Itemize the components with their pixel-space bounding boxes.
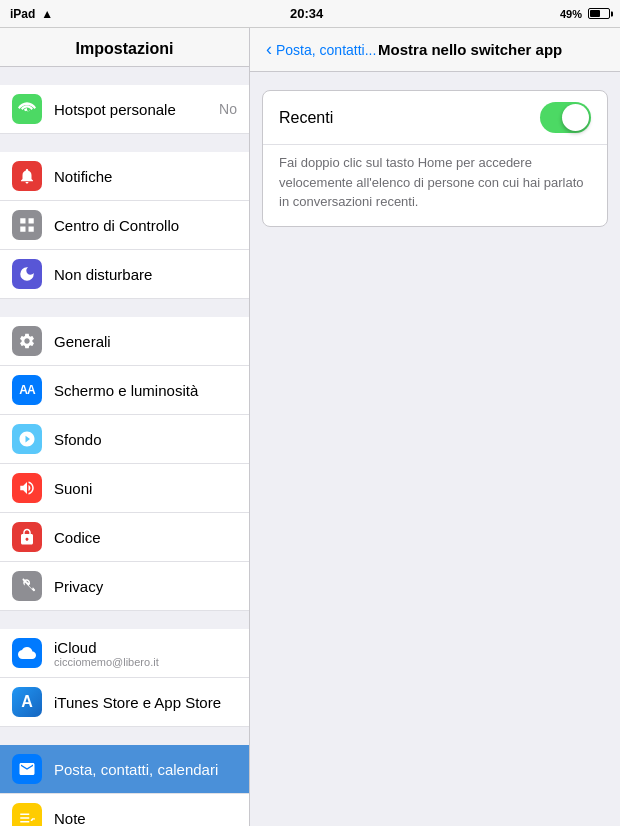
status-time: 20:34: [290, 6, 323, 21]
sidebar-spacer-0: [0, 67, 249, 85]
suoni-label: Suoni: [54, 480, 237, 497]
icloud-icon: [12, 638, 42, 668]
sidebar-item-generali[interactable]: Generali: [0, 317, 249, 366]
hotspot-label: Hotspot personale: [54, 101, 219, 118]
detail-content: Recenti Fai doppio clic sul tasto Home p…: [250, 72, 620, 257]
back-button[interactable]: ‹ Posta, contatti...: [266, 39, 376, 60]
icloud-label: iCloud: [54, 639, 237, 656]
detail-title: Mostra nello switcher app: [376, 41, 564, 58]
sidebar-item-centro-controllo[interactable]: Centro di Controllo: [0, 201, 249, 250]
sidebar-item-hotspot[interactable]: Hotspot personale No: [0, 85, 249, 134]
generali-label: Generali: [54, 333, 237, 350]
sidebar-item-codice[interactable]: Codice: [0, 513, 249, 562]
icloud-multi: iCloud cicciomemo@libero.it: [54, 639, 237, 668]
recenti-description: Fai doppio clic sul tasto Home per acced…: [263, 145, 607, 226]
sidebar-spacer-4: [0, 727, 249, 745]
back-label: Posta, contatti...: [276, 42, 376, 58]
sidebar-item-non-disturbare[interactable]: Non disturbare: [0, 250, 249, 299]
recenti-label: Recenti: [279, 109, 540, 127]
sidebar-item-posta[interactable]: Posta, contatti, calendari: [0, 745, 249, 794]
schermo-icon: AA: [12, 375, 42, 405]
sidebar: Impostazioni Hotspot personale No Notifi…: [0, 28, 250, 826]
note-label: Note: [54, 810, 237, 827]
recenti-toggle[interactable]: [540, 102, 591, 133]
notifiche-label: Notifiche: [54, 168, 237, 185]
sidebar-spacer-3: [0, 611, 249, 629]
icloud-sub: cicciomemo@libero.it: [54, 656, 237, 668]
itunes-label: iTunes Store e App Store: [54, 694, 237, 711]
recenti-row: Recenti: [263, 91, 607, 145]
battery-icon: [588, 8, 610, 19]
privacy-label: Privacy: [54, 578, 237, 595]
detail-panel: ‹ Posta, contatti... Mostra nello switch…: [250, 28, 620, 826]
posta-label: Posta, contatti, calendari: [54, 761, 237, 778]
itunes-icon: A: [12, 687, 42, 717]
sidebar-item-notifiche[interactable]: Notifiche: [0, 152, 249, 201]
sidebar-item-privacy[interactable]: Privacy: [0, 562, 249, 611]
battery-percent: 49%: [560, 8, 582, 20]
toggle-knob: [562, 104, 589, 131]
note-icon: [12, 803, 42, 826]
sidebar-spacer-2: [0, 299, 249, 317]
wifi-icon: ▲: [41, 7, 53, 21]
non-disturbare-label: Non disturbare: [54, 266, 237, 283]
sfondo-icon: [12, 424, 42, 454]
suoni-icon: [12, 473, 42, 503]
centro-label: Centro di Controllo: [54, 217, 237, 234]
sidebar-spacer-1: [0, 134, 249, 152]
schermo-label: Schermo e luminosità: [54, 382, 237, 399]
hotspot-value: No: [219, 101, 237, 117]
privacy-icon: [12, 571, 42, 601]
centro-icon: [12, 210, 42, 240]
notifiche-icon: [12, 161, 42, 191]
sidebar-item-schermo[interactable]: AA Schermo e luminosità: [0, 366, 249, 415]
sidebar-item-icloud[interactable]: iCloud cicciomemo@libero.it: [0, 629, 249, 678]
status-bar: iPad ▲ 20:34 49%: [0, 0, 620, 28]
settings-group-recenti: Recenti Fai doppio clic sul tasto Home p…: [262, 90, 608, 227]
sidebar-title: Impostazioni: [0, 28, 249, 67]
non-disturbare-icon: [12, 259, 42, 289]
hotspot-icon: [12, 94, 42, 124]
device-label: iPad: [10, 7, 35, 21]
sidebar-item-sfondo[interactable]: Sfondo: [0, 415, 249, 464]
status-left: iPad ▲: [10, 7, 53, 21]
posta-icon: [12, 754, 42, 784]
detail-header: ‹ Posta, contatti... Mostra nello switch…: [250, 28, 620, 72]
status-right: 49%: [560, 8, 610, 20]
sidebar-item-suoni[interactable]: Suoni: [0, 464, 249, 513]
sfondo-label: Sfondo: [54, 431, 237, 448]
main-layout: Impostazioni Hotspot personale No Notifi…: [0, 28, 620, 826]
generali-icon: [12, 326, 42, 356]
codice-label: Codice: [54, 529, 237, 546]
back-chevron-icon: ‹: [266, 39, 272, 60]
codice-icon: [12, 522, 42, 552]
sidebar-item-note[interactable]: Note: [0, 794, 249, 826]
sidebar-item-itunes[interactable]: A iTunes Store e App Store: [0, 678, 249, 727]
